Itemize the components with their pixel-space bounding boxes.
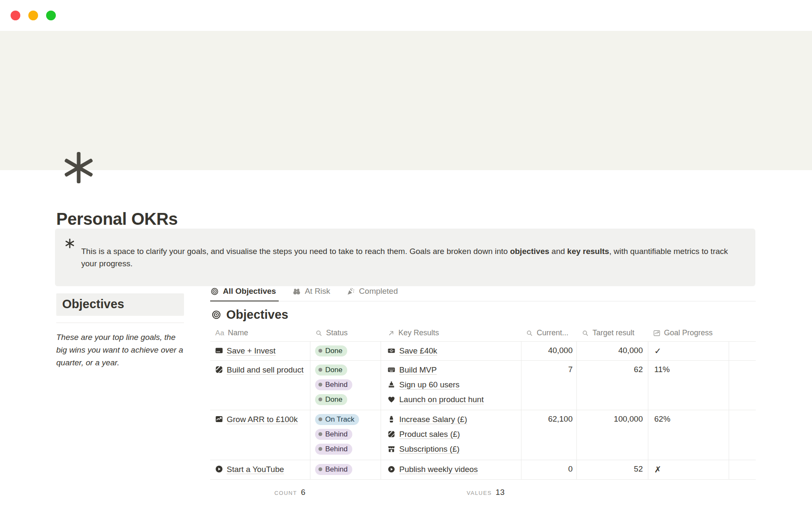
key-results-cell[interactable]: Publish weekly videos — [381, 460, 521, 479]
page-title[interactable]: Personal OKRs — [56, 210, 178, 229]
key-result-link[interactable]: Launch on product hunt — [399, 394, 484, 405]
objective-name-cell[interactable]: Start a YouTube — [210, 460, 310, 479]
target-result-cell[interactable]: 40,000 — [577, 342, 648, 360]
status-pill[interactable]: Behind — [315, 379, 352, 390]
status-cell[interactable]: Done — [310, 342, 381, 360]
key-result-link[interactable]: Increase Salary (£) — [399, 414, 467, 425]
objective-link[interactable]: Start a YouTube — [227, 464, 284, 475]
key-results-cell[interactable]: Build MVPSign up 60 usersLaunch on produ… — [381, 361, 521, 410]
page-cover[interactable] — [0, 31, 812, 170]
key-result-link[interactable]: Sign up 60 users — [399, 379, 460, 390]
key-result-link[interactable]: Subscriptions (£) — [399, 444, 460, 455]
column-header-key-results[interactable]: Key Results — [381, 329, 521, 337]
key-result-item[interactable]: Publish weekly videos — [387, 464, 521, 475]
key-result-link[interactable]: Publish weekly videos — [399, 464, 478, 475]
target-result-cell[interactable]: 62 — [577, 361, 648, 410]
objective-link[interactable]: Build and sell product — [227, 364, 304, 375]
current-result-cell[interactable]: 7 — [521, 361, 577, 410]
current-result-cell[interactable]: 62,100 — [521, 410, 577, 460]
key-result-item[interactable]: Product sales (£) — [387, 429, 521, 440]
table-footer: COUNT 6 VALUES 13 — [210, 484, 756, 501]
column-header-status[interactable]: Status — [310, 329, 381, 337]
key-result-link[interactable]: Product sales (£) — [399, 429, 460, 440]
status-pill[interactable]: Done — [315, 394, 347, 405]
database-title[interactable]: Objectives — [226, 308, 288, 322]
banknote-icon — [387, 347, 395, 355]
status-pill[interactable]: Behind — [315, 429, 352, 440]
column-header-goal-progress[interactable]: Goal Progress — [648, 329, 729, 337]
status-dot-icon — [318, 432, 322, 436]
column-header-name[interactable]: Aa Name — [210, 329, 310, 337]
text-icon: Aa — [215, 329, 225, 337]
target-result-cell[interactable]: 52 — [577, 460, 648, 479]
objective-name-cell[interactable]: Build and sell product — [210, 361, 310, 410]
chart-box-icon — [215, 415, 223, 423]
status-pill[interactable]: Behind — [315, 444, 352, 455]
status-cell[interactable]: DoneBehindDone — [310, 361, 381, 410]
objective-link[interactable]: Save + Invest — [227, 345, 276, 356]
close-window-button[interactable] — [11, 11, 20, 20]
page-asterisk-icon[interactable] — [61, 150, 96, 185]
key-result-item[interactable]: Sign up 60 users — [387, 379, 521, 390]
key-result-item[interactable]: Save £40k — [387, 345, 521, 356]
zoom-window-button[interactable] — [46, 11, 56, 20]
tab-all-objectives[interactable]: All Objectives — [210, 284, 279, 301]
current-result-cell[interactable]: 0 — [521, 460, 577, 479]
key-result-link[interactable]: Save £40k — [399, 345, 437, 356]
objectives-sidebar: Objectives These are your top line goals… — [56, 293, 184, 377]
target-result-cell[interactable]: 100,000 — [577, 410, 648, 460]
goal-progress-cell[interactable]: 11% — [648, 361, 729, 410]
sidebar-heading: Objectives — [56, 293, 184, 316]
objective-name-cell[interactable]: Grow ARR to £100k — [210, 410, 310, 460]
status-pill[interactable]: Done — [315, 345, 347, 356]
key-result-item[interactable]: Launch on product hunt — [387, 394, 521, 405]
package-icon — [215, 365, 223, 374]
minimize-window-button[interactable] — [28, 11, 38, 20]
key-result-item[interactable]: Increase Salary (£) — [387, 414, 521, 425]
status-pill[interactable]: Behind — [315, 464, 352, 475]
search-icon — [526, 329, 533, 337]
tab-at-risk[interactable]: At Risk — [292, 284, 333, 301]
status-dot-icon — [318, 368, 322, 372]
status-cell[interactable]: Behind — [310, 460, 381, 479]
column-header-current[interactable]: Current... — [521, 329, 577, 337]
table-body: Save + InvestDoneSave £40k40,00040,000✓B… — [210, 342, 756, 480]
status-dot-icon — [318, 467, 322, 471]
divider — [56, 323, 184, 323]
current-result-cell[interactable]: 40,000 — [521, 342, 577, 360]
status-pill[interactable]: On Track — [315, 414, 359, 425]
package-icon — [387, 430, 395, 438]
column-header-target-result[interactable]: Target result — [577, 329, 648, 337]
table-row: Build and sell productDoneBehindDoneBuil… — [210, 361, 756, 410]
status-dot-icon — [318, 383, 322, 387]
key-result-item[interactable]: Subscriptions (£) — [387, 444, 521, 455]
traffic-lights — [11, 11, 56, 20]
empty-cell — [729, 342, 756, 360]
window-titlebar — [0, 0, 812, 31]
target-icon — [211, 309, 222, 320]
key-result-link[interactable]: Build MVP — [399, 364, 437, 375]
play-circle-icon — [215, 465, 223, 473]
count-aggregate[interactable]: COUNT 6 — [210, 488, 310, 497]
goal-progress-cell[interactable]: ✗ — [648, 460, 729, 479]
status-pill[interactable]: Done — [315, 364, 347, 375]
credit-card-icon — [215, 346, 223, 355]
key-result-item[interactable]: Build MVP — [387, 364, 521, 375]
objective-link[interactable]: Grow ARR to £100k — [227, 414, 298, 425]
key-results-cell[interactable]: Increase Salary (£)Product sales (£)Subs… — [381, 410, 521, 460]
status-dot-icon — [318, 447, 322, 451]
search-icon — [315, 329, 323, 337]
target-icon — [210, 287, 219, 296]
objective-name-cell[interactable]: Save + Invest — [210, 342, 310, 360]
status-cell[interactable]: On TrackBehindBehind — [310, 410, 381, 460]
view-tabs: All Objectives At Risk — [210, 284, 756, 301]
tab-completed[interactable]: Completed — [346, 284, 401, 301]
values-aggregate[interactable]: VALUES 13 — [381, 488, 521, 497]
goal-progress-cell[interactable]: ✓ — [648, 342, 729, 360]
key-results-cell[interactable]: Save £40k — [381, 342, 521, 360]
table-row: Save + InvestDoneSave £40k40,00040,000✓ — [210, 342, 756, 361]
goal-progress-cell[interactable]: 62% — [648, 410, 729, 460]
play-circle-icon — [387, 465, 395, 473]
tab-label: All Objectives — [223, 287, 276, 296]
keyboard-icon — [387, 366, 395, 374]
